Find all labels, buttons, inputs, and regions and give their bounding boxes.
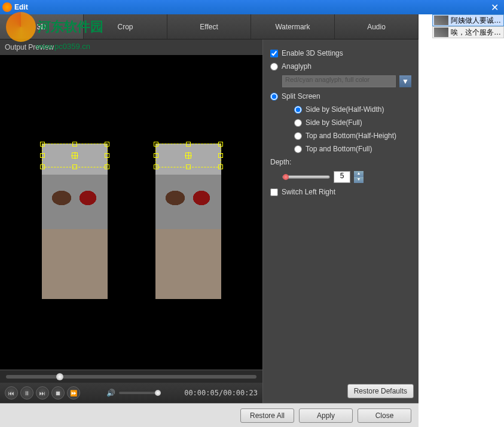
tb-full-radio[interactable] [294,145,302,153]
depth-spinner-buttons: ▲ ▼ [354,171,364,183]
enable-3d-row: Enable 3D Settings [270,49,411,57]
volume-icon[interactable]: 🔊 [106,389,115,397]
anaglyph-radio[interactable] [270,63,278,71]
anaglyph-dropdown[interactable]: Red/cyan anaglyph, full color [282,75,396,87]
volume-thumb[interactable] [155,390,161,396]
sbs-half-row: Side by Side(Half-Width) [294,105,411,114]
crop-handle-top-right[interactable] [105,142,109,147]
playback-controls: ⏮ ⏸ ⏭ ⏹ ⏩ 🔊 00:00:05/00:00:23 [0,383,262,403]
dropdown-button[interactable]: ▼ [399,75,411,87]
crop-handle-top-right[interactable] [218,142,223,147]
timeline-thumb[interactable] [56,373,63,380]
crop-handle-bottom-left[interactable] [154,164,158,169]
time-display: 00:00:05/00:00:23 [184,389,258,397]
volume-control: 🔊 [106,389,161,397]
prev-button[interactable]: ⏮ [5,386,18,399]
tab-crop[interactable]: Crop [84,14,167,39]
crop-handle-middle-right[interactable] [105,153,109,158]
crop-handle-bottom-right[interactable] [105,164,109,169]
timeline[interactable] [0,370,262,383]
tb-half-radio[interactable] [294,132,302,140]
tab-audio[interactable]: Audio [335,14,419,39]
apply-button[interactable]: Apply [299,408,353,423]
sbs-half-label: Side by Side(Half-Width) [306,105,384,114]
titlebar: Edit ✕ [0,0,504,14]
list-item[interactable]: 阿姨做人要诚… [432,14,504,26]
crop-handle-top-center[interactable] [72,142,77,147]
main-area: Output Preview [0,39,419,403]
close-button[interactable]: Close [358,408,411,423]
crop-handle-bottom-center[interactable] [72,164,77,169]
sbs-full-row: Side by Side(Full) [294,118,411,127]
pause-button[interactable]: ⏸ [20,386,33,399]
depth-control-row: 5 ▲ ▼ [282,171,411,183]
tb-full-label: Top and Bottom(Full) [306,145,372,153]
app-icon [2,2,12,12]
crop-handle-top-left[interactable] [154,142,158,147]
thumbnail-icon [434,28,448,37]
video-frame-right[interactable] [155,144,221,299]
depth-label: Depth: [270,158,291,166]
close-window-button[interactable]: ✕ [487,1,502,13]
crop-handle-middle-left[interactable] [40,153,45,158]
background-file-list: 阿姨做人要诚… 唉，这个服务… [432,14,504,38]
crop-handle-bottom-left[interactable] [40,164,45,169]
crop-handle-middle-right[interactable] [218,153,223,158]
switch-lr-checkbox[interactable] [270,188,278,196]
anaglyph-row: Anaglyph [270,62,411,71]
tb-full-row: Top and Bottom(Full) [294,145,411,153]
sbs-full-label: Side by Side(Full) [306,118,362,127]
list-item-label: 阿姨做人要诚… [451,16,501,26]
crop-handle-center[interactable] [72,152,78,158]
depth-slider-thumb[interactable] [283,174,289,180]
preview-label: Output Preview [0,39,262,55]
tb-half-label: Top and Bottom(Half-Height) [306,132,396,140]
crop-box[interactable] [42,144,108,167]
crop-handle-bottom-right[interactable] [218,164,223,169]
anaglyph-dropdown-row: Red/cyan anaglyph, full color ▼ [282,75,411,87]
depth-up-button[interactable]: ▲ [354,171,364,177]
thumbnail-icon [434,16,448,25]
enable-3d-label: Enable 3D Settings [282,49,343,57]
crop-handle-bottom-center[interactable] [186,164,191,169]
volume-slider[interactable] [119,392,161,394]
enable-3d-checkbox[interactable] [270,50,278,57]
crop-handle-top-left[interactable] [40,142,45,147]
crop-handle-center[interactable] [185,152,191,158]
depth-slider[interactable] [282,175,330,179]
sbs-half-radio[interactable] [294,106,302,114]
video-frame-left[interactable] [42,144,108,299]
footer-bar: Restore All Apply Close [0,403,419,427]
tab-effect[interactable]: Effect [167,14,251,39]
split-screen-row: Split Screen [270,92,411,100]
sbs-full-radio[interactable] [294,119,302,127]
switch-lr-label: Switch Left Right [282,188,335,196]
stop-button[interactable]: ⏹ [51,386,65,399]
list-item[interactable]: 唉，这个服务… [432,26,504,38]
preview-panel: Output Preview [0,39,263,403]
switch-lr-row: Switch Left Right [270,188,411,196]
restore-defaults-button[interactable]: Restore Defaults [347,384,414,398]
crop-handle-top-center[interactable] [186,142,191,147]
split-screen-label: Split Screen [282,92,320,100]
settings-panel: Enable 3D Settings Anaglyph Red/cyan ana… [263,39,419,403]
crop-box[interactable] [155,144,221,167]
preview-viewport [0,55,262,370]
anaglyph-label: Anaglyph [282,62,311,71]
crop-handle-middle-left[interactable] [154,153,158,158]
split-screen-radio[interactable] [270,93,278,100]
depth-value[interactable]: 5 [334,171,350,183]
depth-row: Depth: [270,158,411,166]
tb-half-row: Top and Bottom(Half-Height) [294,132,411,140]
list-item-label: 唉，这个服务… [451,28,501,38]
forward-button[interactable]: ⏩ [67,386,80,399]
depth-down-button[interactable]: ▼ [354,177,364,183]
tab-3d[interactable]: 3D [0,14,84,39]
next-button[interactable]: ⏭ [36,386,49,399]
window-title: Edit [14,3,487,11]
tabs-bar: 3D Crop Effect Watermark Audio [0,14,419,39]
restore-all-button[interactable]: Restore All [240,408,294,423]
tab-watermark[interactable]: Watermark [251,14,335,39]
timeline-track[interactable] [6,375,256,379]
